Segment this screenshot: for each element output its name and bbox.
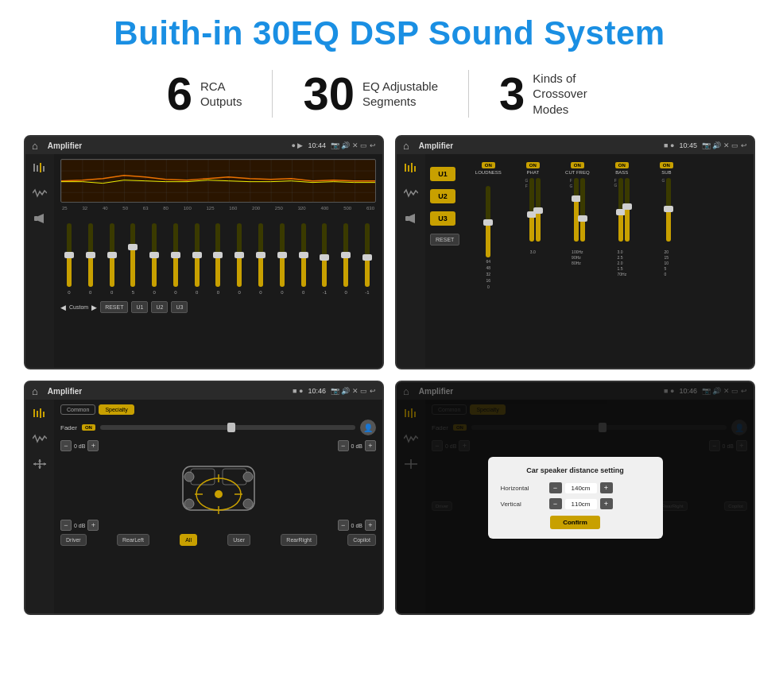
loudness-on-badge[interactable]: ON xyxy=(482,162,495,168)
dialog-vertical-minus[interactable]: − xyxy=(549,498,562,509)
dialog-confirm-button[interactable]: Confirm xyxy=(550,516,600,529)
svg-marker-19 xyxy=(33,462,36,466)
crossover-status-dots: ■ ● xyxy=(664,141,674,149)
crossover-u2-button[interactable]: U2 xyxy=(430,189,455,203)
crossover-sidebar-icon-2[interactable] xyxy=(401,186,421,200)
fader-tab-common[interactable]: Common xyxy=(60,404,95,415)
channel-loudness: ON LOUDNESS 64 48 32 xyxy=(467,162,509,363)
eq-slider-200[interactable]: 0 xyxy=(254,223,268,295)
eq-u1-button[interactable]: U1 xyxy=(131,301,148,313)
sub-on-badge[interactable]: ON xyxy=(660,162,673,168)
svg-rect-9 xyxy=(411,163,413,172)
vol-plus-tr[interactable]: + xyxy=(365,440,376,451)
crossover-u1-button[interactable]: U1 xyxy=(430,167,455,181)
btn-rearleft[interactable]: RearLeft xyxy=(117,534,149,546)
btn-copilot[interactable]: Copilot xyxy=(347,534,376,546)
wave2-icon xyxy=(33,434,47,443)
eq-slider-100[interactable]: 0 xyxy=(190,223,204,295)
vol-plus-br[interactable]: + xyxy=(365,520,376,531)
loudness-label: LOUDNESS xyxy=(475,170,502,175)
crossover-home-icon[interactable]: ⌂ xyxy=(403,140,409,152)
dialog-vertical-plus[interactable]: + xyxy=(600,498,613,509)
svg-point-29 xyxy=(243,499,253,509)
crossover-u3-button[interactable]: U3 xyxy=(430,211,455,226)
eq-sidebar-icon-1[interactable] xyxy=(30,160,49,175)
bass-on-badge[interactable]: ON xyxy=(615,162,629,168)
eq-slider-630[interactable]: -1 xyxy=(360,223,374,295)
dialog-horizontal-row: Horizontal − 140cm + xyxy=(501,482,650,493)
fader-sidebar-icon-2[interactable] xyxy=(30,431,49,446)
crossover-sidebar-icon-3[interactable] xyxy=(401,211,421,226)
btn-all[interactable]: All xyxy=(180,534,197,546)
eq-slider-500[interactable]: 0 xyxy=(339,223,353,295)
svg-rect-4 xyxy=(34,216,38,221)
dialog-horizontal-minus[interactable]: − xyxy=(549,482,562,493)
eq-u3-button[interactable]: U3 xyxy=(171,301,188,313)
eq-sidebar-icon-2[interactable] xyxy=(30,186,49,200)
crossover-reset-button[interactable]: RESET xyxy=(430,234,459,246)
eq-home-icon[interactable]: ⌂ xyxy=(32,140,38,152)
fader-sidebar-icon-3[interactable] xyxy=(30,457,49,471)
fader-status-time: 10:46 xyxy=(308,387,326,395)
dialog-vertical-value: 110cm xyxy=(565,499,597,509)
stat-crossover: 3 Kinds of Crossover Modes xyxy=(469,71,642,118)
svg-rect-7 xyxy=(405,164,406,172)
eq-next-button[interactable]: ▶ xyxy=(91,304,97,311)
stat-rca-label: RCA Outputs xyxy=(200,79,242,110)
eq-status-icons: 📷 🔊 ✕ ▭ ↩ xyxy=(331,141,376,149)
vol-minus-bl[interactable]: − xyxy=(60,520,72,531)
phat-label: PHAT xyxy=(527,170,540,175)
stat-crossover-number: 3 xyxy=(499,71,525,117)
eq-slider-320[interactable]: 0 xyxy=(296,223,311,295)
eq-u2-button[interactable]: U2 xyxy=(151,301,168,313)
phat-on-badge[interactable]: ON xyxy=(526,162,540,168)
fader-sidebar-icon-1[interactable] xyxy=(30,406,49,420)
crossover-sidebar-icon-1[interactable] xyxy=(401,160,421,175)
vol-group-tl: − 0 dB + xyxy=(60,440,99,451)
crossover-u-buttons: U1 U2 U3 RESET xyxy=(430,159,459,363)
dialog-horizontal-plus[interactable]: + xyxy=(600,482,613,493)
waveform-icon xyxy=(33,188,47,198)
eq-icon xyxy=(404,162,418,173)
dialog-horizontal-label: Horizontal xyxy=(501,485,545,492)
stat-rca: 6 RCA Outputs xyxy=(137,71,273,117)
car-layout-icon xyxy=(167,454,270,518)
cutfreq-on-badge[interactable]: ON xyxy=(571,162,584,168)
eq-slider-40[interactable]: 0 xyxy=(105,223,119,295)
eq-slider-160[interactable]: 0 xyxy=(232,223,246,295)
eq-slider-400[interactable]: -1 xyxy=(317,223,331,295)
fader-on-badge[interactable]: ON xyxy=(82,424,95,431)
btn-driver[interactable]: Driver xyxy=(60,534,87,546)
eq-slider-50[interactable]: 5 xyxy=(126,223,140,295)
eq-slider-25[interactable]: 0 xyxy=(62,223,76,295)
vol-group-bl: − 0 dB + xyxy=(60,520,99,531)
eq-sidebar-icon-3[interactable] xyxy=(30,211,49,226)
vol-minus-br[interactable]: − xyxy=(338,520,349,531)
fader-profile-icon[interactable]: 👤 xyxy=(360,420,376,435)
fader-home-icon[interactable]: ⌂ xyxy=(32,385,38,397)
vol-minus-tr[interactable]: − xyxy=(338,440,349,451)
btn-user[interactable]: User xyxy=(227,534,250,546)
fader-tab-specialty[interactable]: Specialty xyxy=(99,404,134,415)
svg-rect-8 xyxy=(408,165,409,172)
btn-rearright[interactable]: RearRight xyxy=(281,534,317,546)
vol-value-bl: 0 dB xyxy=(74,523,85,528)
eq-slider-32[interactable]: 0 xyxy=(83,223,98,295)
equalizer-icon xyxy=(33,162,47,173)
svg-point-25 xyxy=(215,490,223,498)
eq-slider-80[interactable]: 0 xyxy=(169,223,183,295)
eq-reset-button[interactable]: RESET xyxy=(100,301,128,313)
sub-label: SUB xyxy=(661,170,671,175)
vol-plus-bl[interactable]: + xyxy=(87,520,99,531)
eq-slider-250[interactable]: 0 xyxy=(275,223,289,295)
vol-plus-tl[interactable]: + xyxy=(87,440,99,451)
eq-slider-125[interactable]: 0 xyxy=(211,223,225,295)
eq-status-bar: ⌂ Amplifier ● ▶ 10:44 📷 🔊 ✕ ▭ ↩ xyxy=(25,137,382,154)
dialog-horizontal-value: 140cm xyxy=(565,483,597,493)
eq-prev-button[interactable]: ◀ xyxy=(60,304,66,311)
stat-eq: 30 EQ Adjustable Segments xyxy=(273,71,468,117)
svg-rect-13 xyxy=(33,409,35,417)
vol-minus-tl[interactable]: − xyxy=(60,440,72,451)
eq-slider-63[interactable]: 0 xyxy=(147,223,161,295)
fader-screen-title: Amplifier xyxy=(48,387,288,396)
